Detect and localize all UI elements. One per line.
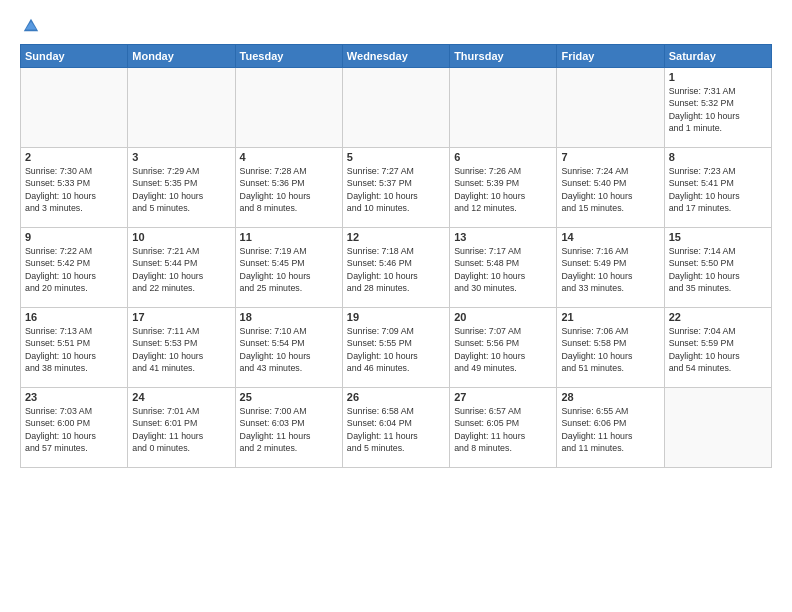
day-number: 17 (132, 311, 230, 323)
week-row-3: 16Sunrise: 7:13 AM Sunset: 5:51 PM Dayli… (21, 308, 772, 388)
calendar-cell: 6Sunrise: 7:26 AM Sunset: 5:39 PM Daylig… (450, 148, 557, 228)
day-info: Sunrise: 7:11 AM Sunset: 5:53 PM Dayligh… (132, 325, 230, 374)
calendar-cell (664, 388, 771, 468)
day-number: 23 (25, 391, 123, 403)
calendar-cell (128, 68, 235, 148)
day-info: Sunrise: 7:14 AM Sunset: 5:50 PM Dayligh… (669, 245, 767, 294)
day-number: 27 (454, 391, 552, 403)
day-number: 2 (25, 151, 123, 163)
day-info: Sunrise: 7:19 AM Sunset: 5:45 PM Dayligh… (240, 245, 338, 294)
calendar-cell: 16Sunrise: 7:13 AM Sunset: 5:51 PM Dayli… (21, 308, 128, 388)
day-info: Sunrise: 7:16 AM Sunset: 5:49 PM Dayligh… (561, 245, 659, 294)
day-info: Sunrise: 7:03 AM Sunset: 6:00 PM Dayligh… (25, 405, 123, 454)
calendar-cell: 2Sunrise: 7:30 AM Sunset: 5:33 PM Daylig… (21, 148, 128, 228)
weekday-sunday: Sunday (21, 45, 128, 68)
day-info: Sunrise: 6:57 AM Sunset: 6:05 PM Dayligh… (454, 405, 552, 454)
day-number: 21 (561, 311, 659, 323)
calendar-cell: 27Sunrise: 6:57 AM Sunset: 6:05 PM Dayli… (450, 388, 557, 468)
day-number: 12 (347, 231, 445, 243)
calendar-cell (450, 68, 557, 148)
calendar-cell: 8Sunrise: 7:23 AM Sunset: 5:41 PM Daylig… (664, 148, 771, 228)
calendar-cell: 20Sunrise: 7:07 AM Sunset: 5:56 PM Dayli… (450, 308, 557, 388)
calendar-cell (557, 68, 664, 148)
calendar-cell: 17Sunrise: 7:11 AM Sunset: 5:53 PM Dayli… (128, 308, 235, 388)
day-number: 14 (561, 231, 659, 243)
day-number: 20 (454, 311, 552, 323)
calendar-cell: 7Sunrise: 7:24 AM Sunset: 5:40 PM Daylig… (557, 148, 664, 228)
day-info: Sunrise: 7:31 AM Sunset: 5:32 PM Dayligh… (669, 85, 767, 134)
day-info: Sunrise: 7:21 AM Sunset: 5:44 PM Dayligh… (132, 245, 230, 294)
day-info: Sunrise: 7:00 AM Sunset: 6:03 PM Dayligh… (240, 405, 338, 454)
day-info: Sunrise: 7:28 AM Sunset: 5:36 PM Dayligh… (240, 165, 338, 214)
day-number: 6 (454, 151, 552, 163)
day-number: 24 (132, 391, 230, 403)
day-info: Sunrise: 7:27 AM Sunset: 5:37 PM Dayligh… (347, 165, 445, 214)
day-number: 15 (669, 231, 767, 243)
calendar-cell (235, 68, 342, 148)
day-info: Sunrise: 7:18 AM Sunset: 5:46 PM Dayligh… (347, 245, 445, 294)
calendar-table: SundayMondayTuesdayWednesdayThursdayFrid… (20, 44, 772, 468)
calendar-cell: 12Sunrise: 7:18 AM Sunset: 5:46 PM Dayli… (342, 228, 449, 308)
day-number: 25 (240, 391, 338, 403)
calendar-cell (21, 68, 128, 148)
calendar-cell: 4Sunrise: 7:28 AM Sunset: 5:36 PM Daylig… (235, 148, 342, 228)
calendar-cell: 9Sunrise: 7:22 AM Sunset: 5:42 PM Daylig… (21, 228, 128, 308)
weekday-thursday: Thursday (450, 45, 557, 68)
day-info: Sunrise: 7:09 AM Sunset: 5:55 PM Dayligh… (347, 325, 445, 374)
weekday-tuesday: Tuesday (235, 45, 342, 68)
calendar-cell: 28Sunrise: 6:55 AM Sunset: 6:06 PM Dayli… (557, 388, 664, 468)
week-row-1: 2Sunrise: 7:30 AM Sunset: 5:33 PM Daylig… (21, 148, 772, 228)
day-info: Sunrise: 7:06 AM Sunset: 5:58 PM Dayligh… (561, 325, 659, 374)
weekday-wednesday: Wednesday (342, 45, 449, 68)
calendar-cell: 1Sunrise: 7:31 AM Sunset: 5:32 PM Daylig… (664, 68, 771, 148)
day-number: 16 (25, 311, 123, 323)
day-number: 10 (132, 231, 230, 243)
day-info: Sunrise: 7:17 AM Sunset: 5:48 PM Dayligh… (454, 245, 552, 294)
day-info: Sunrise: 7:29 AM Sunset: 5:35 PM Dayligh… (132, 165, 230, 214)
day-info: Sunrise: 7:24 AM Sunset: 5:40 PM Dayligh… (561, 165, 659, 214)
week-row-2: 9Sunrise: 7:22 AM Sunset: 5:42 PM Daylig… (21, 228, 772, 308)
day-number: 9 (25, 231, 123, 243)
day-number: 7 (561, 151, 659, 163)
day-info: Sunrise: 7:26 AM Sunset: 5:39 PM Dayligh… (454, 165, 552, 214)
day-number: 26 (347, 391, 445, 403)
day-number: 19 (347, 311, 445, 323)
day-number: 3 (132, 151, 230, 163)
calendar-cell: 22Sunrise: 7:04 AM Sunset: 5:59 PM Dayli… (664, 308, 771, 388)
calendar-cell: 18Sunrise: 7:10 AM Sunset: 5:54 PM Dayli… (235, 308, 342, 388)
day-info: Sunrise: 7:30 AM Sunset: 5:33 PM Dayligh… (25, 165, 123, 214)
weekday-header-row: SundayMondayTuesdayWednesdayThursdayFrid… (21, 45, 772, 68)
day-number: 28 (561, 391, 659, 403)
calendar-cell (342, 68, 449, 148)
calendar-cell: 11Sunrise: 7:19 AM Sunset: 5:45 PM Dayli… (235, 228, 342, 308)
calendar-cell: 26Sunrise: 6:58 AM Sunset: 6:04 PM Dayli… (342, 388, 449, 468)
day-number: 18 (240, 311, 338, 323)
calendar-cell: 23Sunrise: 7:03 AM Sunset: 6:00 PM Dayli… (21, 388, 128, 468)
calendar-cell: 24Sunrise: 7:01 AM Sunset: 6:01 PM Dayli… (128, 388, 235, 468)
calendar-cell: 15Sunrise: 7:14 AM Sunset: 5:50 PM Dayli… (664, 228, 771, 308)
day-info: Sunrise: 7:23 AM Sunset: 5:41 PM Dayligh… (669, 165, 767, 214)
day-number: 8 (669, 151, 767, 163)
weekday-monday: Monday (128, 45, 235, 68)
day-info: Sunrise: 7:10 AM Sunset: 5:54 PM Dayligh… (240, 325, 338, 374)
weekday-friday: Friday (557, 45, 664, 68)
calendar-cell: 21Sunrise: 7:06 AM Sunset: 5:58 PM Dayli… (557, 308, 664, 388)
day-number: 13 (454, 231, 552, 243)
logo-icon (22, 16, 40, 34)
logo (20, 16, 40, 34)
calendar-cell: 13Sunrise: 7:17 AM Sunset: 5:48 PM Dayli… (450, 228, 557, 308)
day-info: Sunrise: 7:13 AM Sunset: 5:51 PM Dayligh… (25, 325, 123, 374)
calendar-cell: 19Sunrise: 7:09 AM Sunset: 5:55 PM Dayli… (342, 308, 449, 388)
header (20, 16, 772, 34)
day-info: Sunrise: 6:55 AM Sunset: 6:06 PM Dayligh… (561, 405, 659, 454)
week-row-4: 23Sunrise: 7:03 AM Sunset: 6:00 PM Dayli… (21, 388, 772, 468)
calendar-cell: 10Sunrise: 7:21 AM Sunset: 5:44 PM Dayli… (128, 228, 235, 308)
day-info: Sunrise: 7:01 AM Sunset: 6:01 PM Dayligh… (132, 405, 230, 454)
page: SundayMondayTuesdayWednesdayThursdayFrid… (0, 0, 792, 478)
weekday-saturday: Saturday (664, 45, 771, 68)
day-info: Sunrise: 7:04 AM Sunset: 5:59 PM Dayligh… (669, 325, 767, 374)
day-info: Sunrise: 7:07 AM Sunset: 5:56 PM Dayligh… (454, 325, 552, 374)
day-number: 22 (669, 311, 767, 323)
day-info: Sunrise: 7:22 AM Sunset: 5:42 PM Dayligh… (25, 245, 123, 294)
calendar-cell: 14Sunrise: 7:16 AM Sunset: 5:49 PM Dayli… (557, 228, 664, 308)
